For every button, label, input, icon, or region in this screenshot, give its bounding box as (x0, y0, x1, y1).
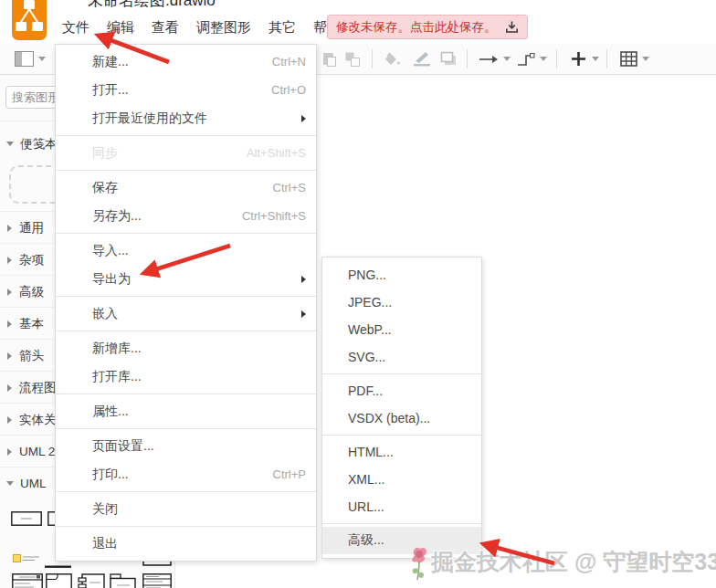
menu-item-open[interactable]: 打开...Ctrl+O (56, 76, 316, 104)
menu-separator (322, 523, 481, 524)
chevron-down-icon (503, 57, 511, 61)
chevron-down-icon (642, 57, 649, 61)
menu-item-page-setup[interactable]: 页面设置... (56, 432, 316, 460)
menu-item-new-library[interactable]: 新增库... (56, 334, 316, 362)
chevron-right-icon (7, 416, 12, 424)
menu-item-save[interactable]: 保存Ctrl+S (56, 173, 316, 202)
watermark: 掘金技术社区 @ 守望时空33 (407, 541, 716, 583)
menu-bar: 文件 编辑 查看 调整图形 其它 帮助 (62, 19, 341, 37)
fill-color-icon (384, 44, 402, 74)
menu-arrange[interactable]: 调整图形 (196, 19, 251, 37)
chevron-right-icon (7, 320, 12, 328)
menu-separator (56, 394, 316, 394)
chevron-down-icon (592, 57, 599, 61)
table-grid-icon[interactable] (620, 44, 649, 74)
watermark-text: 掘金技术社区 @ 守望时空33 (431, 547, 716, 577)
menu-separator (56, 331, 316, 331)
menu-item-save-as[interactable]: 另存为...Ctrl+Shift+S (56, 202, 316, 230)
menu-separator (56, 491, 316, 492)
unsaved-changes-text: 修改未保存。点击此处保存。 (336, 19, 497, 36)
uml-interface-shape[interactable] (142, 573, 172, 588)
unsaved-changes-banner[interactable]: 修改未保存。点击此处保存。 (327, 15, 528, 39)
connection-arrow-icon[interactable] (479, 44, 511, 74)
submenu-arrow-icon (301, 310, 306, 318)
arrange-order-icon (344, 44, 361, 74)
menu-separator (56, 233, 316, 234)
menu-item-properties[interactable]: 属性... (56, 397, 316, 425)
submenu-item-vsdx[interactable]: VSDX (beta)... (322, 404, 481, 432)
menu-separator (322, 373, 481, 374)
menu-separator (56, 296, 316, 297)
submenu-item-html[interactable]: HTML... (322, 438, 481, 466)
download-icon (505, 20, 519, 34)
submenu-item-svg[interactable]: SVG... (322, 343, 481, 371)
submenu-item-webp[interactable]: WebP... (322, 316, 481, 343)
title-bar: 未命名绘图.drawio 文件 编辑 查看 调整图形 其它 帮助 修改未保存。点… (0, 0, 716, 44)
chevron-right-icon (7, 384, 12, 392)
menu-separator (56, 526, 316, 527)
toolbar-separator (606, 49, 607, 68)
chevron-down-icon (540, 57, 547, 61)
menu-item-new[interactable]: 新建...Ctrl+N (56, 47, 316, 76)
menu-separator (56, 428, 316, 429)
submenu-item-xml[interactable]: XML... (322, 466, 481, 493)
document-title: 未命名绘图.drawio (88, 0, 216, 11)
drawio-logo (12, 0, 47, 40)
insert-plus-icon[interactable] (570, 44, 599, 74)
menu-separator (56, 170, 316, 171)
chevron-right-icon (7, 352, 12, 360)
menu-separator (322, 435, 481, 436)
menu-item-open-library[interactable]: 打开库... (56, 362, 316, 391)
menu-edit[interactable]: 编辑 (107, 19, 134, 37)
menu-view[interactable]: 查看 (152, 19, 179, 37)
menu-item-synchronize: 同步Alt+Shift+S (56, 139, 316, 167)
chevron-down-icon (6, 481, 14, 486)
uml-text-note-shape[interactable] (13, 551, 42, 567)
toolbar-separator (372, 49, 373, 68)
toolbar-separator (556, 49, 557, 68)
chevron-right-icon (7, 448, 12, 456)
menu-item-import[interactable]: 导入... (56, 236, 316, 265)
uml-class-shape[interactable] (12, 573, 43, 588)
submenu-item-jpeg[interactable]: JPEG... (322, 289, 481, 316)
uml-package-shape[interactable] (110, 573, 136, 588)
file-menu-dropdown: 新建...Ctrl+N 打开...Ctrl+O 打开最近使用的文件 同步Alt+… (55, 44, 317, 562)
menu-item-print[interactable]: 打印...Ctrl+P (56, 460, 316, 488)
uml-frame-shape[interactable] (46, 573, 72, 588)
flower-icon (407, 541, 431, 583)
menu-item-export-as[interactable]: 导出为 (56, 265, 316, 293)
submenu-arrow-icon (301, 115, 306, 122)
menu-file[interactable]: 文件 (62, 19, 90, 37)
menu-separator (56, 135, 316, 136)
chevron-down-icon (6, 142, 14, 146)
chevron-right-icon (7, 225, 12, 232)
submenu-arrow-icon (301, 276, 306, 283)
line-color-icon (412, 44, 432, 74)
menu-item-embed[interactable]: 嵌入 (56, 299, 316, 328)
shadow-icon (440, 44, 458, 74)
waypoint-style-icon[interactable] (517, 44, 547, 74)
chevron-right-icon (7, 289, 12, 296)
chevron-right-icon (7, 257, 12, 264)
chevron-down-icon (38, 57, 46, 61)
uml-component-shape[interactable] (78, 573, 105, 588)
menu-item-exit[interactable]: 退出 (56, 530, 316, 558)
menu-extras[interactable]: 其它 (268, 19, 296, 37)
view-panels-icon[interactable] (15, 44, 46, 74)
menu-item-open-recent[interactable]: 打开最近使用的文件 (56, 104, 316, 132)
export-submenu: PNG... JPEG... WebP... SVG... PDF... VSD… (321, 257, 482, 559)
submenu-item-pdf[interactable]: PDF... (322, 377, 481, 404)
submenu-item-png[interactable]: PNG... (322, 261, 481, 289)
submenu-item-url[interactable]: URL... (322, 493, 481, 520)
uml-object-shape[interactable] (11, 511, 42, 530)
menu-item-close[interactable]: 关闭 (56, 495, 316, 523)
paste-icon (322, 44, 337, 74)
toolbar-separator (467, 49, 468, 68)
